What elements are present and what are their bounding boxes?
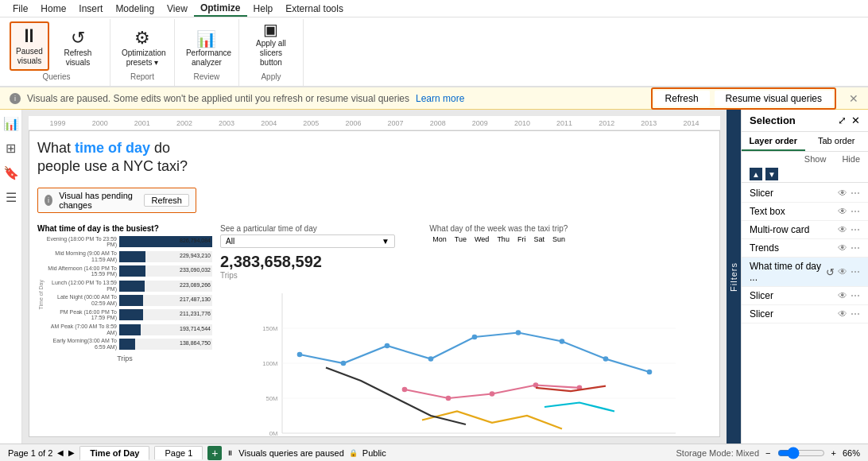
selection-title: Selection	[750, 114, 796, 126]
more-options-icon[interactable]: ⋯	[851, 242, 860, 254]
year-2010: 2010	[501, 119, 543, 127]
selection-item[interactable]: Text box 👁 ⋯	[742, 203, 868, 221]
nav-forward-icon[interactable]: ▶	[68, 448, 75, 457]
refresh-visuals-button[interactable]: ↺ Refresh visuals	[52, 26, 103, 71]
more-options-icon[interactable]: ⋯	[851, 224, 860, 235]
bar-row[interactable]: Lunch (12:00 PM To 13:59 PM) 223,089,266	[45, 280, 212, 292]
paused-query-icon: ⏸	[227, 449, 234, 457]
bar-row[interactable]: Early Morning(3:00 AM To 6:59 AM) 138,86…	[45, 338, 212, 350]
page-tab-page1[interactable]: Page 1	[154, 446, 203, 459]
eye-icon[interactable]: 👁	[838, 206, 847, 217]
eye-icon[interactable]: 👁	[838, 188, 847, 199]
svg-text:150M: 150M	[262, 325, 277, 332]
eye-icon[interactable]: 👁	[838, 266, 847, 277]
apply-group-label: Apply	[261, 72, 281, 83]
tab-layer-order[interactable]: Layer order	[742, 132, 805, 151]
selection-item[interactable]: Slicer 👁 ⋯	[742, 305, 868, 323]
day-pill[interactable]: Sun	[549, 234, 568, 244]
eye-icon[interactable]: 👁	[838, 290, 847, 301]
bar-row[interactable]: Evening (18:00 PM To 23:59 PM) 826,794,0…	[45, 236, 212, 248]
menu-help[interactable]: Help	[247, 2, 280, 16]
refresh-button[interactable]: Refresh	[654, 91, 710, 107]
bar-row[interactable]: PM Peak (16:00 PM To 17:59 PM) 211,231,7…	[45, 309, 212, 321]
bar-x-label: Trips	[37, 354, 212, 362]
tab-tab-order[interactable]: Tab order	[805, 132, 869, 151]
warning-bar: i Visuals are paused. Some edits won't b…	[0, 87, 868, 110]
more-options-icon[interactable]: ⋯	[851, 266, 860, 277]
eye-icon[interactable]: 👁	[838, 224, 847, 235]
refresh-item-icon[interactable]: ↺	[826, 266, 835, 278]
year-2001: 2001	[121, 119, 163, 127]
optimization-presets-button[interactable]: ⚙ Optimizationpresets ▾	[117, 26, 168, 71]
bar-row[interactable]: Mid Morning (9:00 AM To 11:59 AM) 229,94…	[45, 250, 212, 262]
performance-analyzer-button[interactable]: 📊 Performanceanalyzer	[181, 28, 232, 71]
day-pill[interactable]: Tue	[451, 234, 470, 244]
selection-item[interactable]: Slicer 👁 ⋯	[742, 287, 868, 305]
paused-visuals-button[interactable]: ⏸ Pausedvisuals	[10, 21, 49, 71]
sidebar-bookmark-icon[interactable]: 🔖	[3, 165, 19, 180]
learn-more-link[interactable]: Learn more	[416, 93, 464, 104]
menu-insert[interactable]: Insert	[72, 2, 109, 16]
zoom-slider[interactable]	[777, 447, 825, 459]
svg-point-15	[560, 339, 565, 344]
menu-view[interactable]: View	[161, 2, 194, 16]
menu-external-tools[interactable]: External tools	[279, 2, 350, 16]
left-sidebar: 📊 ⊞ 🔖 ☰	[0, 110, 22, 444]
selection-item[interactable]: Trends 👁 ⋯	[742, 239, 868, 258]
svg-point-16	[603, 356, 609, 362]
day-pill[interactable]: Thu	[494, 234, 513, 244]
plus-zoom-icon[interactable]: +	[831, 448, 836, 458]
selection-item[interactable]: Multi-row card 👁 ⋯	[742, 221, 868, 239]
menu-optimize[interactable]: Optimize	[194, 1, 247, 17]
add-page-button[interactable]: +	[207, 446, 222, 460]
move-up-button[interactable]: ▲	[750, 168, 762, 180]
selection-item[interactable]: Slicer 👁 ⋯	[742, 184, 868, 203]
menu-file[interactable]: File	[6, 2, 34, 16]
selection-expand-icon[interactable]: ⤢	[838, 114, 847, 126]
apply-all-slicers-button[interactable]: ▣ Apply all slicersbutton	[246, 18, 296, 71]
more-options-icon[interactable]: ⋯	[851, 290, 860, 301]
day-pill[interactable]: Sat	[530, 234, 548, 244]
bar-row[interactable]: AM Peak (7:00 AM To 8:59 AM) 193,714,544	[45, 323, 212, 335]
bar-y-axis: Time of Day	[37, 236, 44, 353]
sidebar-filter-icon[interactable]: ⊞	[6, 141, 16, 156]
more-options-icon[interactable]: ⋯	[851, 308, 860, 320]
time-filter-dropdown[interactable]: All ▼	[220, 234, 395, 248]
bar-track: 138,864,750	[119, 339, 212, 350]
move-down-button[interactable]: ▼	[765, 168, 778, 180]
day-pill[interactable]: Wed	[471, 234, 492, 244]
selection-close-icon[interactable]: ✕	[851, 114, 860, 126]
bar-row[interactable]: Late Night (00:00 AM To 02:59 AM) 217,48…	[45, 294, 212, 306]
day-pill[interactable]: Mon	[429, 234, 450, 244]
selection-item-icons: 👁 ⋯	[838, 290, 860, 301]
apply-all-slicers-label: Apply all slicersbutton	[250, 39, 292, 68]
bar-label: AM Peak (7:00 AM To 8:59 AM)	[45, 323, 117, 335]
bar-track: 826,794,084	[119, 236, 212, 247]
selection-item[interactable]: What time of day ... ↺ 👁 ⋯	[742, 258, 868, 287]
pending-refresh-button[interactable]: Refresh	[144, 194, 189, 207]
count-label: Trips	[220, 271, 711, 280]
eye-icon[interactable]: 👁	[838, 242, 847, 254]
sidebar-chart-icon[interactable]: 📊	[3, 116, 19, 131]
selection-item-icons: 👁 ⋯	[838, 206, 860, 217]
page-tab-time-of-day[interactable]: Time of Day	[79, 446, 149, 460]
svg-text:100M: 100M	[262, 360, 277, 367]
close-warning-icon[interactable]: ✕	[849, 92, 858, 105]
menu-home[interactable]: Home	[34, 2, 72, 16]
more-options-icon[interactable]: ⋯	[851, 206, 860, 217]
bar-row[interactable]: Mid Afternoon (14:00 PM To 15:59 PM) 233…	[45, 265, 212, 277]
selection-header: Selection ⤢ ✕	[742, 110, 868, 132]
bar-track: 193,714,544	[119, 324, 212, 335]
minus-zoom-icon[interactable]: −	[765, 448, 770, 458]
day-pill[interactable]: Fri	[514, 234, 529, 244]
sidebar-selection-icon[interactable]: ☰	[6, 190, 17, 205]
filters-panel[interactable]: Filters	[727, 110, 741, 444]
eye-icon[interactable]: 👁	[838, 308, 847, 320]
nav-back-icon[interactable]: ◀	[57, 448, 64, 457]
selection-item-label: Slicer	[750, 188, 838, 199]
resume-visual-queries-button[interactable]: Resume visual queries	[715, 91, 833, 107]
menu-modeling[interactable]: Modeling	[109, 2, 161, 16]
chart-heading: What time of day dopeople use a NYC taxi…	[37, 139, 711, 176]
svg-point-9	[297, 351, 303, 357]
more-options-icon[interactable]: ⋯	[851, 188, 860, 199]
